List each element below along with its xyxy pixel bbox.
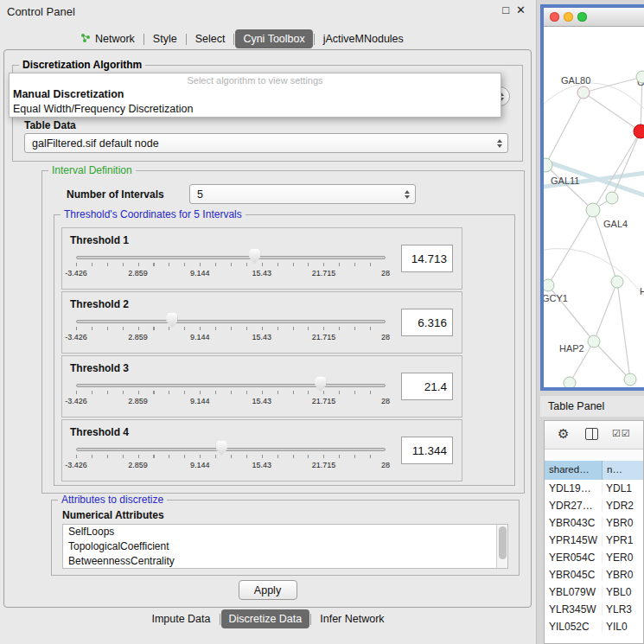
slider-ticks	[76, 391, 386, 394]
column-header-shared-name[interactable]: shared…	[545, 461, 603, 480]
threshold-panel: Threshold 3 -3.4262.8599.14415.4321.7152…	[61, 355, 462, 418]
numerical-attributes-list[interactable]: SelfLoopsTopologicalCoefficientBetweenne…	[62, 524, 508, 569]
table-row[interactable]: YER054CYER0	[545, 549, 643, 566]
tab-jactivemnodules[interactable]: jActiveMNodules	[316, 29, 411, 48]
tab-label: jActiveMNodules	[323, 33, 404, 45]
threshold-value-field[interactable]: 21.4	[401, 373, 453, 400]
threshold-label: Threshold 4	[70, 426, 129, 438]
cell-shared-name: YIL052C	[545, 621, 603, 633]
table-row[interactable]: YDR27…YDR2	[545, 497, 643, 514]
thresholds-group-label: Threshold's Coordinates for 5 Intervals	[61, 208, 245, 220]
tab-separator	[310, 614, 311, 625]
network-node[interactable]	[624, 373, 636, 386]
table-row[interactable]: YDL19…YDL1	[545, 480, 643, 497]
threshold-value-field[interactable]: 6.316	[401, 309, 453, 336]
network-node-label: GCY1	[544, 293, 568, 303]
scale-tick-label: -3.426	[65, 269, 87, 277]
float-window-icon[interactable]: □	[502, 3, 509, 16]
network-edge[interactable]	[544, 83, 644, 122]
spinner-icon	[497, 139, 502, 148]
network-window-titlebar[interactable]	[544, 8, 644, 27]
network-node[interactable]	[606, 192, 618, 204]
slider-thumb[interactable]	[249, 249, 260, 264]
scrollbar[interactable]	[496, 525, 507, 568]
network-node[interactable]	[577, 86, 590, 99]
attribute-item[interactable]: BetweennessCentrality	[63, 554, 507, 569]
tab-cyni-toolbox[interactable]: Cyni Toolbox	[235, 29, 312, 48]
zoom-traffic-light-icon[interactable]	[577, 12, 587, 22]
network-node[interactable]	[586, 203, 600, 217]
threshold-panel: Threshold 2 -3.4262.8599.14415.4321.7152…	[61, 291, 462, 354]
slider-track[interactable]	[76, 320, 386, 323]
table-row[interactable]: YPR145WYPR1	[545, 532, 643, 549]
threshold-panel: Threshold 1 -3.4262.8599.14415.4321.7152…	[61, 227, 462, 290]
slider-track[interactable]	[76, 384, 386, 387]
cell-name: YER0	[603, 552, 643, 564]
network-node[interactable]	[564, 377, 576, 388]
network-canvas[interactable]: GAL80GACGAL11GAL4GCY1HHAP2	[544, 27, 644, 388]
threshold-label: Threshold 2	[70, 298, 129, 310]
network-edge[interactable]	[545, 92, 583, 165]
tab-select[interactable]: Select	[188, 29, 233, 48]
slider-thumb[interactable]	[315, 377, 326, 392]
column-header-name[interactable]: n…	[603, 461, 643, 480]
cell-name: YBR0	[603, 569, 643, 581]
network-edge[interactable]	[548, 210, 593, 285]
number-of-intervals-combobox[interactable]: 5	[189, 184, 416, 204]
network-edge[interactable]	[583, 77, 642, 92]
gear-icon[interactable]: ⚙	[558, 426, 569, 442]
network-node[interactable]	[544, 279, 554, 291]
slider-ticks	[76, 455, 386, 458]
network-node[interactable]	[636, 71, 644, 83]
slider-track[interactable]	[76, 448, 386, 451]
tab-separator	[314, 34, 315, 45]
scrollbar-thumb[interactable]	[499, 526, 507, 559]
interval-definition-label: Interval Definition	[48, 164, 136, 176]
spinner-icon	[405, 190, 410, 199]
scale-tick-label: 28	[381, 269, 390, 277]
tab-network[interactable]: Network	[73, 29, 143, 49]
network-node[interactable]	[634, 124, 644, 138]
table-row[interactable]: YBR043CYBR0	[545, 514, 643, 532]
select-all-checkboxes-icon[interactable]: ☑☑	[612, 428, 631, 439]
cyni-toolbox-content: Discretization Algorithm Table Data galF…	[3, 49, 532, 608]
threshold-slider[interactable]: -3.4262.8599.14415.4321.71528	[76, 249, 386, 282]
scale-tick-label: 15.43	[252, 461, 272, 469]
attribute-item[interactable]: TopologicalCoefficient	[63, 539, 507, 554]
network-node[interactable]	[588, 335, 600, 348]
table-row[interactable]: YLR345WYLR3	[545, 601, 643, 618]
close-icon[interactable]: ✕	[516, 3, 526, 16]
tab-style[interactable]: Style	[145, 29, 185, 48]
scale-tick-label: -3.426	[65, 397, 87, 405]
slider-thumb[interactable]	[216, 441, 227, 456]
dropdown-option-manual-discretization[interactable]: Manual Discretization	[10, 87, 501, 102]
network-edge[interactable]	[594, 341, 630, 379]
dropdown-option-equal-width-frequency[interactable]: Equal Width/Frequency Discretization	[10, 102, 501, 117]
panel-title: Control Panel	[7, 5, 75, 18]
tab-infer-network[interactable]: Infer Network	[312, 609, 392, 628]
columns-icon[interactable]	[585, 428, 598, 440]
threshold-value-field[interactable]: 14.713	[401, 245, 453, 272]
close-traffic-light-icon[interactable]	[550, 12, 559, 22]
tab-impute-data[interactable]: Impute Data	[143, 609, 218, 628]
table-row[interactable]: YBL079WYBL0	[545, 583, 643, 601]
tab-label: Discretize Data	[229, 613, 303, 625]
attribute-item[interactable]: SelfLoops	[63, 525, 507, 539]
threshold-label: Threshold 3	[70, 362, 129, 374]
threshold-value-field[interactable]: 11.344	[401, 437, 453, 464]
scale-tick-label: 9.144	[190, 461, 210, 469]
table-data-combobox[interactable]: galFiltered.sif default node	[24, 133, 508, 153]
table-row[interactable]: YBR045CYBR0	[545, 566, 643, 583]
tab-discretize-data[interactable]: Discretize Data	[221, 609, 310, 628]
threshold-slider[interactable]: -3.4262.8599.14415.4321.71528	[76, 441, 386, 474]
network-edge[interactable]	[617, 282, 630, 379]
threshold-slider[interactable]: -3.4262.8599.14415.4321.71528	[76, 313, 386, 346]
network-node[interactable]	[611, 276, 623, 288]
slider-track[interactable]	[76, 256, 386, 259]
slider-thumb[interactable]	[166, 313, 177, 328]
network-edge[interactable]	[594, 282, 617, 341]
threshold-slider[interactable]: -3.4262.8599.14415.4321.71528	[76, 377, 386, 410]
apply-button[interactable]: Apply	[239, 580, 297, 600]
minimize-traffic-light-icon[interactable]	[564, 12, 573, 22]
table-row[interactable]: YIL052CYIL0	[545, 618, 643, 635]
